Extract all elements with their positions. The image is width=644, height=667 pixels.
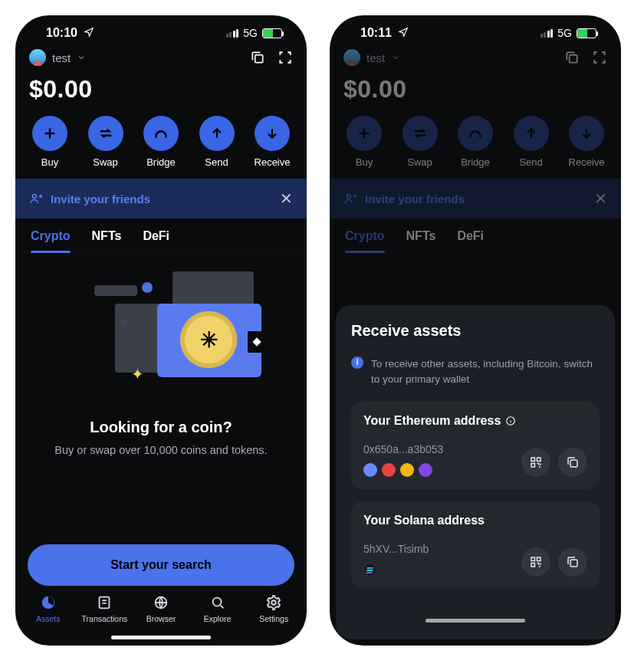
action-label: Receive (255, 156, 291, 168)
svg-rect-12 (570, 460, 577, 467)
battery-icon (262, 28, 282, 38)
action-label: Buy (41, 156, 58, 168)
battery-icon (577, 28, 596, 38)
info-text: To receive other assets, including Bitco… (371, 356, 600, 386)
bridge-button[interactable]: Bridge (452, 116, 499, 168)
scan-icon[interactable] (278, 50, 293, 65)
copy-icon[interactable] (564, 50, 580, 65)
info-note: i To receive other assets, including Bit… (351, 356, 600, 386)
svg-point-1 (32, 195, 36, 199)
action-row: Buy Swap Bridge Send Receive (330, 113, 621, 177)
invite-icon (29, 192, 43, 205)
nav-transactions[interactable]: Transactions (80, 594, 129, 623)
qr-button[interactable] (521, 547, 550, 577)
nav-assets[interactable]: Assets (24, 594, 73, 623)
phone-receive-sheet: 10:11 5G test $0.00 Buy Swap Bridge Sen (330, 15, 621, 646)
send-button[interactable]: Send (508, 116, 555, 168)
receive-button[interactable]: Receive (563, 116, 610, 168)
tab-crypto[interactable]: Crypto (345, 229, 385, 252)
avalanche-icon (382, 463, 396, 477)
status-time: 10:10 (46, 26, 94, 40)
account-selector[interactable]: test (29, 49, 86, 66)
swap-button[interactable]: Swap (396, 116, 444, 168)
send-button[interactable]: Send (193, 116, 241, 168)
tab-crypto[interactable]: Crypto (31, 229, 71, 252)
avatar (29, 49, 46, 66)
buy-button[interactable]: Buy (340, 116, 388, 168)
bridge-button[interactable]: Bridge (137, 116, 185, 168)
nav-label: Explore (204, 614, 232, 623)
action-row: Buy Swap Bridge Send Receive (15, 113, 307, 177)
close-icon[interactable]: ✕ (280, 189, 293, 208)
balance: $0.00 (15, 71, 307, 113)
signal-icon (540, 29, 554, 38)
tab-nfts[interactable]: NFTs (406, 229, 436, 252)
svg-rect-9 (531, 458, 535, 462)
status-bar: 10:11 5G (330, 15, 621, 41)
nav-label: Transactions (82, 614, 128, 623)
address-card-solana[interactable]: Your Solana address 5hXV...Tisimb (351, 501, 600, 589)
sheet-title: Receive assets (351, 322, 600, 340)
polygon-icon (419, 463, 432, 477)
tab-nfts[interactable]: NFTs (92, 229, 122, 252)
action-label: Buy (356, 156, 373, 168)
start-search-button[interactable]: Start your search (28, 544, 294, 586)
tab-defi[interactable]: DeFi (457, 229, 484, 252)
banner-text: Invite your friends (51, 192, 150, 205)
address-card-ethereum[interactable]: Your Ethereum address 0x650a...a3b053 (351, 402, 600, 489)
solana-icon (363, 563, 377, 577)
nav-label: Settings (259, 614, 288, 623)
network-chips (363, 463, 443, 477)
invite-banner[interactable]: Invite your friends ✕ (330, 179, 621, 219)
wallet-illustration: ✳ ✦ ✦ (65, 271, 257, 402)
svg-rect-0 (255, 55, 263, 63)
buy-button[interactable]: Buy (26, 116, 74, 168)
qr-button[interactable] (521, 448, 550, 477)
copy-button[interactable] (558, 547, 587, 577)
chevron-down-icon (391, 53, 400, 62)
info-icon[interactable] (505, 416, 516, 426)
swap-button[interactable]: Swap (82, 116, 130, 168)
tabs: Crypto NFTs DeFi (330, 219, 621, 253)
nav-settings[interactable]: Settings (249, 594, 298, 623)
action-label: Send (519, 156, 542, 168)
scan-icon[interactable] (592, 50, 607, 65)
nav-browser[interactable]: Browser (136, 594, 186, 623)
account-name: test (52, 51, 71, 64)
action-label: Send (205, 156, 228, 168)
network-label: 5G (557, 27, 572, 39)
action-label: Bridge (146, 156, 176, 168)
bottom-nav: Assets Transactions Browser Explore Sett… (15, 586, 307, 628)
phone-assets-screen: 10:10 5G test $0.00 Buy (15, 15, 307, 646)
receive-button[interactable]: Receive (248, 116, 296, 168)
card-title: Your Solana address (363, 514, 485, 527)
home-indicator[interactable] (111, 636, 211, 639)
svg-rect-14 (537, 557, 541, 561)
nav-explore[interactable]: Explore (193, 594, 242, 623)
tabs: Crypto NFTs DeFi (15, 219, 307, 253)
svg-rect-10 (537, 458, 541, 462)
empty-subtitle: Buy or swap over 10,000 coins and tokens… (54, 444, 267, 456)
svg-point-5 (271, 600, 276, 605)
svg-rect-15 (531, 564, 535, 567)
tab-defi[interactable]: DeFi (143, 229, 169, 252)
close-icon[interactable]: ✕ (594, 189, 607, 208)
address-value: 5hXV...Tisimb (363, 543, 429, 555)
banner-text: Invite your friends (365, 192, 465, 205)
ethereum-icon (363, 463, 377, 477)
account-selector[interactable]: test (343, 49, 400, 66)
nav-label: Assets (36, 614, 61, 623)
invite-icon (343, 192, 357, 205)
invite-banner[interactable]: Invite your friends ✕ (15, 179, 307, 219)
nav-label: Browser (146, 614, 176, 623)
home-indicator[interactable] (426, 619, 525, 623)
copy-icon[interactable] (250, 50, 265, 65)
account-name: test (366, 51, 385, 64)
action-label: Receive (569, 156, 605, 168)
network-label: 5G (243, 27, 258, 39)
action-label: Bridge (461, 156, 490, 168)
svg-point-7 (347, 195, 350, 199)
svg-rect-6 (570, 55, 577, 63)
bnb-icon (400, 463, 414, 477)
copy-button[interactable] (558, 448, 587, 477)
